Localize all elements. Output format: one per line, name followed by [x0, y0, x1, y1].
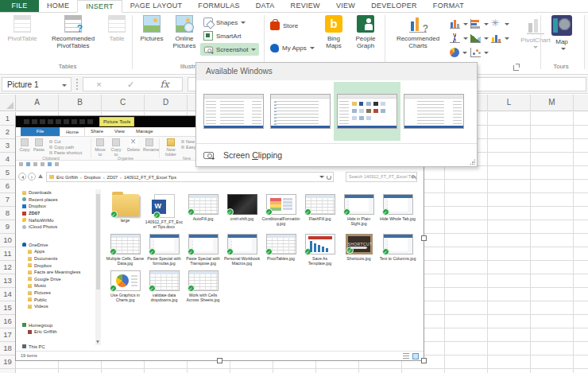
my-apps-icon — [270, 44, 279, 52]
name-box[interactable]: Picture 1 — [2, 77, 72, 91]
ribbon-tab[interactable]: INSERT — [77, 0, 122, 13]
select-all-corner[interactable] — [0, 95, 16, 111]
ribbon-tab[interactable]: HOME — [39, 0, 77, 12]
sidebar-item-icon — [28, 291, 32, 295]
row-header[interactable]: 6 — [0, 180, 15, 193]
file-thumbnail: ✓ — [266, 234, 296, 254]
row-header[interactable]: 2 — [0, 126, 15, 139]
tables-group-label: Tables — [24, 63, 111, 70]
row-header[interactable]: 3 — [0, 139, 15, 153]
store-icon — [270, 21, 280, 30]
window-thumbnail[interactable] — [200, 82, 267, 141]
window-thumbnail-image — [270, 94, 331, 129]
pie-chart-button[interactable] — [450, 46, 469, 59]
shapes-button[interactable]: Shapes — [203, 16, 246, 29]
resize-handle-bottom-right[interactable] — [421, 358, 427, 363]
ribbon-tab[interactable]: REVIEW — [283, 0, 328, 12]
store-button[interactable]: Store — [270, 20, 298, 32]
column-header[interactable]: A — [16, 95, 59, 111]
ribbon-tab[interactable]: DEVELOPER — [363, 0, 425, 12]
chevron-down-icon — [484, 37, 489, 40]
my-apps-button[interactable]: My Apps — [270, 42, 315, 54]
sync-check-icon: ✓ — [304, 208, 311, 216]
row-header[interactable]: 19 — [0, 356, 15, 369]
table-button[interactable]: Table — [103, 15, 130, 61]
row-header[interactable]: 10 — [0, 234, 15, 247]
row-header[interactable]: 11 — [0, 247, 15, 261]
screen-clipping-item[interactable]: Screen Clipping — [196, 143, 477, 166]
line-chart-button[interactable] — [450, 32, 469, 45]
column-header[interactable]: D — [145, 95, 188, 111]
row-header[interactable]: 16 — [0, 315, 15, 328]
recommended-charts-button[interactable]: ? Recommended Charts — [389, 15, 447, 61]
breadcrumb-item: ZD07 — [107, 175, 124, 180]
explorer-move-to-button: Move to — [94, 138, 106, 157]
column-header[interactable]: M — [531, 95, 574, 111]
smartart-button[interactable]: SmartArt — [203, 29, 242, 42]
file-item: ✓ large — [106, 194, 145, 229]
sidebar-homegroup: Homegroup — [22, 322, 95, 329]
window-thumbnail[interactable] — [267, 82, 334, 141]
explorer-search-input: Search 140912_FT_FT_Excel Tips — [346, 172, 417, 182]
file-item: ✓ Multiple Cells, Same Data.jpg — [106, 234, 145, 266]
ribbon-tab[interactable]: VIEW — [328, 0, 363, 12]
row-header[interactable]: 20 — [0, 369, 15, 373]
charts-dialog-launcher-icon[interactable] — [513, 65, 519, 71]
bar-chart-button[interactable] — [470, 17, 489, 30]
pivottable-button[interactable]: PivotTable — [3, 15, 41, 61]
row-header[interactable]: 1 — [0, 112, 15, 126]
ribbon-tab[interactable]: FORMULAS — [190, 0, 247, 12]
resize-handle-bottom[interactable] — [217, 358, 222, 363]
people-graph-button[interactable]: People Graph — [350, 15, 381, 61]
file-thumbnail: ✓ — [188, 234, 219, 254]
row-header[interactable]: 9 — [0, 220, 15, 234]
bing-maps-button[interactable]: b Bing Maps — [319, 15, 348, 61]
resize-handle-right[interactable] — [421, 235, 427, 241]
ribbon-tab[interactable]: FORMAT — [425, 0, 472, 12]
recommended-pivottables-button[interactable]: ? Recommended PivotTables — [44, 15, 102, 61]
screenshot-button[interactable]: Screenshot — [200, 43, 259, 56]
explorer-quick-access-toolbar — [19, 162, 178, 169]
chevron-down-icon — [484, 52, 489, 54]
row-header[interactable]: 18 — [0, 342, 15, 356]
ribbon-tab[interactable]: PAGE LAYOUT — [122, 0, 190, 12]
scatter-chart-button[interactable] — [470, 46, 489, 59]
cancel-icon[interactable]: × — [96, 80, 101, 89]
pictures-button[interactable]: Pictures — [137, 15, 167, 61]
online-pictures-button[interactable]: Online Pictures — [168, 15, 200, 61]
ribbon-tab[interactable]: FILE — [0, 0, 39, 12]
column-header[interactable]: L — [488, 95, 531, 111]
row-header[interactable]: 8 — [0, 207, 15, 220]
window-thumbnail[interactable] — [400, 82, 467, 141]
ribbon-tab[interactable]: DATA — [248, 0, 283, 12]
column-header[interactable]: B — [59, 95, 102, 111]
radar-chart-button[interactable] — [491, 17, 510, 30]
file-thumbnail: ✓ — [110, 270, 141, 291]
chevron-down-icon — [462, 52, 467, 54]
recommended-charts-icon: ? — [409, 15, 427, 33]
row-header[interactable]: 4 — [0, 153, 15, 166]
column-header[interactable]: N — [574, 95, 588, 111]
row-header[interactable]: 7 — [0, 193, 15, 207]
paste-shortcut-icon — [49, 151, 52, 154]
combo-chart-button[interactable] — [491, 32, 510, 45]
row-header[interactable]: 15 — [0, 301, 15, 315]
up-icon — [38, 174, 43, 178]
area-chart-button[interactable] — [470, 32, 489, 45]
insert-function-icon[interactable]: fx — [161, 79, 169, 90]
scrollbar-thumb — [96, 194, 100, 289]
refresh-icon — [327, 175, 331, 180]
sidebar-item-icon — [28, 284, 32, 288]
row-header[interactable]: 13 — [0, 274, 15, 288]
row-header[interactable]: 17 — [0, 328, 15, 342]
enter-icon[interactable]: ✓ — [127, 80, 134, 90]
row-header[interactable]: 5 — [0, 166, 15, 180]
column-chart-button[interactable] — [450, 17, 469, 30]
row-header[interactable]: 14 — [0, 288, 15, 301]
column-header[interactable]: C — [102, 95, 145, 111]
explorer-tab: Home — [60, 127, 85, 136]
row-header[interactable]: 12 — [0, 261, 15, 274]
window-thumbnail[interactable] — [334, 82, 400, 141]
sidebar-item: Downloads — [22, 189, 95, 196]
sync-check-icon: ✓ — [343, 208, 350, 216]
